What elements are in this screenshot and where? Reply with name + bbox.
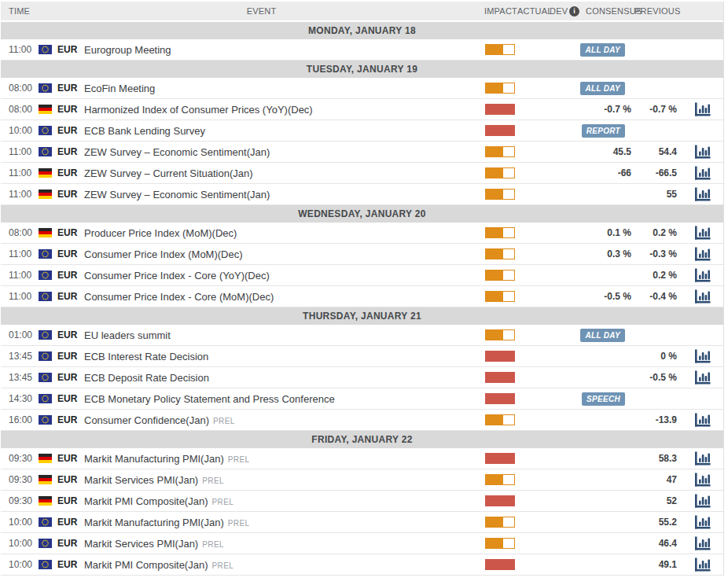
- prel-tag: PREL: [213, 417, 235, 425]
- bar-chart-button[interactable]: [694, 247, 711, 261]
- previous-value: 0.2 %: [634, 227, 682, 238]
- impact-bar: [485, 329, 515, 340]
- previous-value: 58.3: [634, 453, 682, 464]
- currency-label: EUR: [57, 291, 84, 302]
- chart-cell: [682, 289, 723, 304]
- event-row[interactable]: 11:00 EUR Consumer Price Index - Core (Y…: [1, 265, 723, 286]
- previous-value: -0.7 %: [634, 104, 682, 115]
- event-row[interactable]: 01:00 EUR EU leaders summit ALL DAY: [1, 325, 723, 346]
- column-header-consensus: CONSENSUS: [586, 6, 634, 16]
- event-row[interactable]: 13:45 EUR ECB Deposit Rate Decision -0.5…: [1, 367, 723, 388]
- event-name: EcoFin Meeting: [84, 83, 484, 94]
- event-row[interactable]: 11:00 EUR Eurogroup Meeting ALL DAY: [1, 39, 723, 61]
- previous-value: 55: [634, 189, 682, 200]
- bar-chart-button[interactable]: [694, 473, 711, 487]
- bar-chart-button[interactable]: [694, 536, 711, 550]
- bar-chart-button[interactable]: [694, 370, 711, 384]
- event-row[interactable]: 10:00 EUR Markit Manufacturing PMI(Jan)P…: [1, 512, 723, 533]
- event-row[interactable]: 14:30 EUR ECB Monetary Policy Statement …: [1, 388, 723, 410]
- chart-cell: [682, 187, 723, 201]
- day-header-label: THURSDAY, JANUARY 21: [303, 311, 421, 322]
- consensus-value: -0.7 %: [586, 104, 634, 115]
- column-header-actual: ACTUAL: [517, 6, 550, 16]
- eu-flag-icon: [39, 126, 57, 135]
- event-row[interactable]: 10:00 EUR ECB Bank Lending Survey REPORT: [1, 120, 723, 142]
- currency-label: EUR: [57, 125, 84, 136]
- currency-label: EUR: [57, 270, 84, 281]
- event-row[interactable]: 11:00 EUR Consumer Price Index - Core (M…: [1, 286, 723, 307]
- bar-chart-button[interactable]: [694, 268, 711, 282]
- bar-chart-button[interactable]: [694, 102, 711, 116]
- impact-indicator: [484, 167, 517, 178]
- bar-chart-button[interactable]: [694, 289, 711, 304]
- bar-chart-button[interactable]: [694, 451, 711, 465]
- bar-chart-button[interactable]: [694, 515, 711, 529]
- event-row[interactable]: 08:00 EUR Producer Price Index (MoM)(Dec…: [1, 223, 723, 244]
- event-row[interactable]: 10:00 EUR Markit Services PMI(Jan)PREL 4…: [1, 533, 723, 554]
- event-row[interactable]: 09:30 EUR Markit Services PMI(Jan)PREL 4…: [1, 469, 723, 491]
- event-time: 13:45: [1, 372, 39, 383]
- prel-tag: PREL: [211, 561, 233, 570]
- previous-value: 52: [634, 495, 682, 506]
- info-icon[interactable]: i: [569, 6, 579, 17]
- event-name: ZEW Survey – Economic Sentiment(Jan): [84, 189, 484, 201]
- bar-chart-button[interactable]: [694, 413, 711, 427]
- event-row[interactable]: 11:00 EUR ZEW Survey – Current Situation…: [1, 163, 723, 184]
- previous-value: 54.4: [634, 146, 682, 157]
- bar-chart-button[interactable]: [694, 187, 711, 201]
- event-row[interactable]: 09:30 EUR Markit Manufacturing PMI(Jan)P…: [1, 448, 723, 469]
- impact-indicator: [484, 83, 517, 94]
- bar-chart-button[interactable]: [694, 166, 711, 180]
- event-name: Markit Services PMI(Jan)PREL: [84, 474, 484, 486]
- chart-cell: [682, 536, 723, 550]
- event-name: ECB Interest Rate Decision: [84, 351, 484, 362]
- impact-bar: [485, 393, 515, 404]
- germany-flag-icon: [39, 168, 57, 178]
- eu-flag-icon: [39, 560, 57, 569]
- consensus-value: 0.1 %: [586, 227, 634, 238]
- bar-chart-button[interactable]: [694, 145, 711, 159]
- event-row[interactable]: 11:00 EUR ZEW Survey – Economic Sentimen…: [1, 184, 723, 205]
- currency-label: EUR: [57, 329, 84, 340]
- event-row[interactable]: 11:00 EUR ZEW Survey – Economic Sentimen…: [1, 142, 723, 163]
- currency-label: EUR: [57, 474, 84, 485]
- chart-cell: [682, 268, 723, 282]
- event-name: ECB Bank Lending Survey: [84, 125, 484, 137]
- currency-label: EUR: [57, 559, 84, 570]
- chart-cell: [682, 145, 723, 159]
- impact-bar: [485, 517, 515, 528]
- eu-flag-icon: [39, 330, 57, 340]
- event-row[interactable]: 10:00 EUR Markit PMI Composite(Jan)PREL …: [1, 554, 723, 576]
- eu-flag-icon: [39, 249, 57, 259]
- column-header-previous: PREVIOUS: [634, 6, 682, 16]
- event-row[interactable]: 08:00 EUR Harmonized Index of Consumer P…: [1, 99, 723, 120]
- impact-indicator: [484, 291, 517, 302]
- bar-chart-button[interactable]: [694, 349, 711, 363]
- impact-bar: [485, 167, 515, 178]
- event-name: Markit PMI Composite(Jan)PREL: [84, 495, 484, 507]
- bar-chart-button[interactable]: [694, 557, 711, 572]
- currency-label: EUR: [57, 146, 84, 157]
- event-row[interactable]: 16:00 EUR Consumer Confidence(Jan)PREL -…: [1, 410, 723, 431]
- previous-value: 0 %: [634, 351, 682, 362]
- event-row[interactable]: 08:00 EUR EcoFin Meeting ALL DAY: [1, 78, 723, 99]
- bar-chart-button[interactable]: [694, 226, 711, 240]
- event-badge: ALL DAY: [580, 329, 625, 342]
- event-row[interactable]: 09:30 EUR Markit PMI Composite(Jan)PREL …: [1, 491, 723, 512]
- prel-tag: PREL: [202, 540, 224, 549]
- calendar-body: MONDAY, JANUARY 18 11:00 EUR Eurogroup M…: [1, 22, 723, 576]
- event-row[interactable]: 13:45 EUR ECB Interest Rate Decision 0 %: [1, 346, 723, 367]
- consensus-value: SPEECH: [586, 392, 634, 406]
- event-time: 10:00: [1, 538, 39, 549]
- chart-cell: [682, 102, 723, 116]
- event-row[interactable]: 11:00 EUR Consumer Price Index (MoM)(Dec…: [1, 244, 723, 265]
- day-section: THURSDAY, JANUARY 21 01:00 EUR EU leader…: [1, 307, 723, 431]
- event-time: 11:00: [1, 291, 39, 302]
- impact-bar: [485, 351, 515, 362]
- bar-chart-button[interactable]: [694, 494, 711, 508]
- event-time: 11:00: [1, 146, 39, 157]
- previous-value: -66.5: [634, 167, 682, 178]
- day-header: MONDAY, JANUARY 18: [1, 22, 723, 39]
- eu-flag-icon: [39, 517, 57, 527]
- event-time: 16:00: [1, 414, 39, 425]
